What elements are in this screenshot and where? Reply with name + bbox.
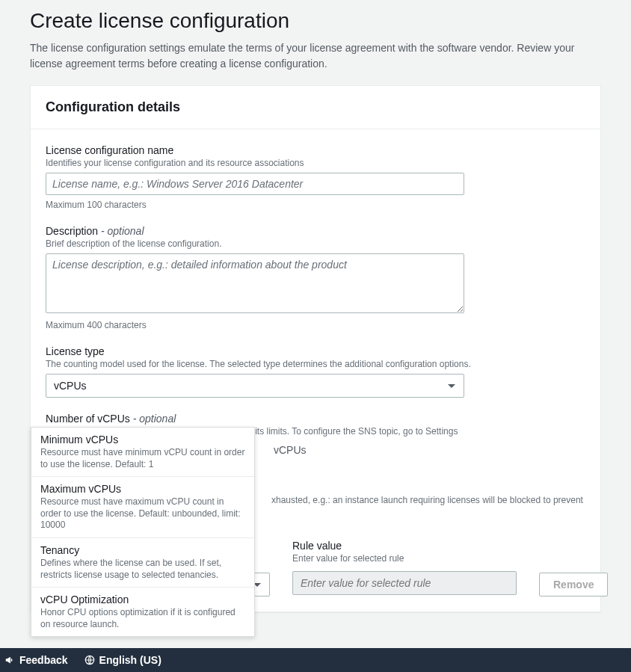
dropdown-option-max-vcpus[interactable]: Maximum vCPUs Resource must have maximum… — [31, 477, 254, 538]
rule-value-hint: Enter value for selected rule — [292, 553, 517, 564]
language-label: English (US) — [99, 654, 161, 666]
remove-rule-button[interactable]: Remove — [539, 573, 608, 597]
dropdown-option-title: vCPU Optimization — [40, 594, 245, 605]
number-vcpus-label: Number of vCPUs - optional — [46, 413, 585, 425]
globe-icon — [84, 655, 95, 665]
dropdown-option-min-vcpus[interactable]: Minimum vCPUs Resource must have minimum… — [31, 428, 254, 477]
license-name-input[interactable] — [46, 173, 464, 195]
dropdown-option-tenancy[interactable]: Tenancy Defines where the license can be… — [31, 538, 254, 588]
description-hint: Brief description of the license configu… — [46, 238, 585, 249]
dropdown-option-desc: Honor CPU options optimization if it is … — [40, 607, 245, 630]
feedback-label: Feedback — [19, 654, 68, 666]
license-name-hint: Identifies your license configuration an… — [46, 158, 585, 168]
panel-title: Configuration details — [46, 99, 585, 115]
number-vcpus-label-text: Number of vCPUs — [46, 413, 130, 425]
rule-value-input[interactable] — [292, 571, 517, 595]
dropdown-option-title: Maximum vCPUs — [40, 483, 245, 495]
license-type-hint: The counting model used for the license.… — [46, 359, 585, 369]
footer-bar: Feedback English (US) — [0, 648, 631, 672]
description-constraint: Maximum 400 characters — [46, 320, 585, 330]
dropdown-option-title: Minimum vCPUs — [40, 434, 245, 446]
license-name-constraint: Maximum 100 characters — [46, 200, 585, 210]
license-type-select[interactable]: vCPUs — [46, 374, 464, 398]
description-label-text: Description — [46, 225, 98, 237]
language-selector[interactable]: English (US) — [84, 654, 161, 666]
config-details-panel: Configuration details License configurat… — [30, 85, 601, 612]
feedback-link[interactable]: Feedback — [4, 654, 68, 666]
field-license-name: License configuration name Identifies yo… — [46, 144, 585, 210]
field-description: Description - optional Brief description… — [46, 225, 585, 330]
description-input[interactable] — [46, 253, 464, 313]
page-subtitle: The license configuration settings emula… — [30, 40, 601, 72]
caret-down-icon — [447, 380, 456, 392]
license-type-value: vCPUs — [54, 380, 87, 392]
dropdown-option-desc: Defines where the license can be used. I… — [40, 558, 245, 581]
number-vcpus-optional: - optional — [130, 413, 176, 425]
dropdown-option-desc: Resource must have maximum vCPU count in… — [40, 496, 245, 531]
vcpus-unit-text: vCPUs — [274, 444, 307, 456]
rule-value-label: Rule value — [292, 540, 517, 552]
dropdown-option-desc: Resource must have minimum vCPU count in… — [40, 447, 245, 470]
license-type-label: License type — [46, 345, 585, 357]
license-name-label: License configuration name — [46, 144, 585, 156]
description-optional: - optional — [98, 225, 144, 237]
description-label: Description - optional — [46, 225, 585, 237]
megaphone-icon — [4, 655, 15, 665]
field-license-type: License type The counting model used for… — [46, 345, 585, 398]
dropdown-option-title: Tenancy — [40, 544, 245, 556]
dropdown-option-vcpu-optimization[interactable]: vCPU Optimization Honor CPU options opti… — [31, 588, 254, 636]
rule-type-dropdown: Minimum vCPUs Resource must have minimum… — [31, 427, 255, 637]
page-title: Create license configuration — [30, 9, 601, 33]
enforce-hint-tail: xhausted, e.g.: an instance launch requi… — [271, 495, 583, 505]
